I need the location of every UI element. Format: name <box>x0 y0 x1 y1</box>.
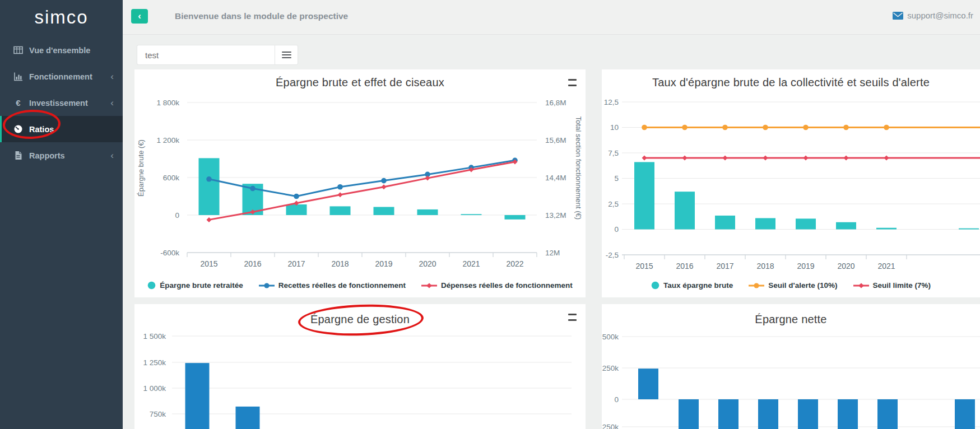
svg-text:0: 0 <box>614 395 619 404</box>
chart-legend: Épargne brute retraitéeRecettes réelles … <box>134 281 586 290</box>
chart-panel-epargne-nette: Épargne nette 500k250k0-250k <box>602 304 980 429</box>
svg-text:2021: 2021 <box>462 259 480 268</box>
svg-text:1 000k: 1 000k <box>143 384 166 393</box>
chart-title: Épargne brute et effet de ciseaux <box>134 76 586 89</box>
back-button[interactable]: ‹ <box>131 9 148 24</box>
svg-text:2,5: 2,5 <box>608 200 619 208</box>
chart-epargne-brute: 1 800k16,8M1 200k15,6M600k14,4M013,2M-60… <box>134 69 586 297</box>
legend-item[interactable]: Dépenses réelles de fonctionnement <box>421 281 573 290</box>
svg-text:2017: 2017 <box>716 262 733 271</box>
legend-item[interactable]: Épargne brute retraitée <box>147 281 243 290</box>
sidebar-item-rapports[interactable]: Rapports‹ <box>0 142 123 169</box>
svg-text:-600k: -600k <box>160 249 179 257</box>
hamburger-icon <box>282 54 291 56</box>
chart-title: Épargne de gestion <box>134 313 586 326</box>
sidebar-item-fonctionnement[interactable]: Fonctionnement‹ <box>0 63 123 90</box>
svg-text:1 800k: 1 800k <box>156 99 179 107</box>
legend-item[interactable]: Recettes réelles de fonctionnement <box>259 281 406 290</box>
svg-text:-2,5: -2,5 <box>606 251 619 259</box>
sidebar-item-label: Fonctionnement <box>29 72 92 81</box>
chart-panel-epargne-brute: Épargne brute et effet de ciseaux 1 800k… <box>134 69 586 297</box>
svg-text:2018: 2018 <box>756 262 774 271</box>
legend-marker-icon <box>651 281 659 290</box>
legend-marker-icon <box>421 282 437 289</box>
legend-marker-icon <box>147 281 156 290</box>
svg-text:2015: 2015 <box>635 262 653 271</box>
chart-legend: Taux épargne bruteSeuil d'alerte (10%)Se… <box>602 281 980 290</box>
legend-marker-icon <box>259 282 275 289</box>
gauge-icon <box>13 124 23 134</box>
scenario-menu-button[interactable] <box>275 45 298 65</box>
sidebar-item-label: Ratios <box>29 125 54 134</box>
chevron-left-icon: ‹ <box>110 150 114 161</box>
svg-text:1 250k: 1 250k <box>143 358 166 367</box>
chart-title: Épargne nette <box>602 313 980 326</box>
svg-text:2022: 2022 <box>506 259 523 268</box>
page-title: Bienvenue dans le module de prospective <box>175 11 348 21</box>
svg-text:12,5: 12,5 <box>604 98 619 106</box>
sidebar-item-label: Investissement <box>29 99 88 108</box>
legend-item[interactable]: Seuil limite (7%) <box>853 281 931 290</box>
svg-text:Total section fonctionnement (: Total section fonctionnement (€) <box>574 116 583 220</box>
svg-text:2016: 2016 <box>244 259 261 268</box>
legend-label: Épargne brute retraitée <box>160 281 243 290</box>
svg-text:12M: 12M <box>545 249 560 257</box>
chevron-left-icon: ‹ <box>110 71 114 82</box>
sidebar-item-label: Vue d'ensemble <box>29 46 90 55</box>
svg-text:0: 0 <box>175 211 179 220</box>
svg-text:2018: 2018 <box>331 259 349 268</box>
legend-label: Seuil d'alerte (10%) <box>768 281 837 290</box>
chart-context-menu-button[interactable] <box>561 310 575 323</box>
sidebar-nav: Vue d'ensembleFonctionnement‹€Investisse… <box>0 37 123 169</box>
legend-marker-icon <box>749 282 764 289</box>
chart-panel-taux-epargne: Taux d'épargne brute de la collectivité … <box>602 69 980 297</box>
sidebar-item-ratios[interactable]: Ratios <box>0 116 123 142</box>
envelope-icon <box>893 12 903 20</box>
app-logo: simco <box>0 0 123 37</box>
svg-text:2019: 2019 <box>797 262 814 271</box>
legend-label: Dépenses réelles de fonctionnement <box>441 281 573 290</box>
svg-text:600k: 600k <box>163 174 180 182</box>
file-icon <box>13 151 23 160</box>
legend-label: Seuil limite (7%) <box>873 281 931 290</box>
svg-text:750k: 750k <box>150 410 166 418</box>
svg-text:14,4M: 14,4M <box>545 174 566 182</box>
svg-text:2019: 2019 <box>375 259 392 268</box>
svg-text:€: € <box>16 98 21 108</box>
svg-text:7,5: 7,5 <box>608 149 619 157</box>
svg-text:16,8M: 16,8M <box>545 99 566 107</box>
svg-text:2016: 2016 <box>676 262 693 271</box>
svg-text:500k: 500k <box>602 333 619 341</box>
chart-panel-epargne-gestion: Épargne de gestion 1 500k1 250k1 000k750… <box>134 304 586 429</box>
svg-text:5: 5 <box>614 174 619 183</box>
legend-item[interactable]: Seuil d'alerte (10%) <box>749 281 837 290</box>
svg-text:13,2M: 13,2M <box>545 211 566 220</box>
legend-item[interactable]: Taux épargne brute <box>651 281 733 290</box>
scenario-input[interactable] <box>137 45 275 65</box>
svg-text:0: 0 <box>614 225 619 234</box>
svg-text:2021: 2021 <box>877 262 895 271</box>
support-link[interactable]: support@simco.fr <box>893 11 973 20</box>
legend-label: Recettes réelles de fonctionnement <box>278 281 406 290</box>
svg-text:Épargne brute (€): Épargne brute (€) <box>137 139 145 197</box>
svg-text:10: 10 <box>610 123 619 132</box>
sidebar-item-investissement[interactable]: €Investissement‹ <box>0 90 123 116</box>
sidebar-item-vue-d-ensemble[interactable]: Vue d'ensemble <box>0 37 123 63</box>
svg-text:2015: 2015 <box>200 259 217 268</box>
sidebar-item-label: Rapports <box>29 151 65 160</box>
svg-text:2020: 2020 <box>837 262 854 271</box>
svg-text:1 200k: 1 200k <box>156 136 179 144</box>
chevron-left-icon: ‹ <box>110 97 114 109</box>
scenario-toolbar <box>137 45 298 65</box>
main-content: Épargne brute et effet de ciseaux 1 800k… <box>123 35 980 429</box>
chart-taux-epargne: 12,5107,552,50-2,52015201620172018201920… <box>602 69 980 297</box>
legend-label: Taux épargne brute <box>663 281 733 290</box>
chart-context-menu-button[interactable] <box>561 75 575 88</box>
grid-icon <box>13 45 23 55</box>
euro-icon: € <box>13 98 23 108</box>
support-email: support@simco.fr <box>907 11 973 20</box>
svg-text:1 500k: 1 500k <box>143 332 166 341</box>
legend-marker-icon <box>853 282 869 289</box>
bar-chart-icon <box>13 72 23 81</box>
sidebar: simco Vue d'ensembleFonctionnement‹€Inve… <box>0 0 123 429</box>
